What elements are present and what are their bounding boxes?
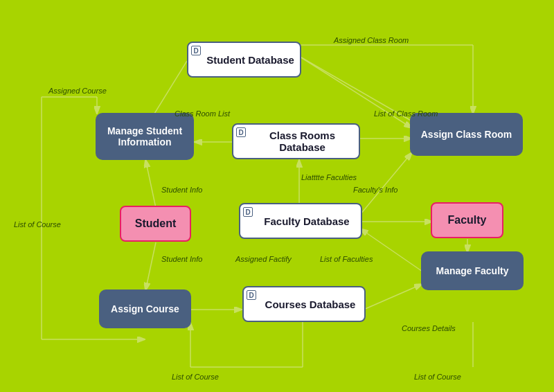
- student-database-node: D Student Database: [187, 42, 301, 78]
- assign-course-node[interactable]: Assign Course: [99, 289, 191, 328]
- courses-database-node: D Courses Database: [242, 286, 366, 322]
- assign-course-label: Assign Course: [111, 303, 179, 314]
- label-student-info-2: Student Info: [161, 255, 202, 263]
- db-marker: D: [236, 127, 246, 137]
- student-database-label: Student Database: [206, 54, 294, 66]
- faculty-database-node: D Faculty Database: [239, 203, 362, 239]
- svg-line-12: [145, 159, 156, 208]
- svg-line-15: [364, 284, 422, 310]
- label-facultys-info: Faculty's Info: [353, 186, 397, 194]
- label-courses-details: Courses Details: [402, 324, 456, 332]
- db-marker: D: [191, 46, 201, 55]
- classrooms-database-node: D Class Rooms Database: [232, 123, 360, 159]
- label-list-of-class-room: List of Class Room: [374, 109, 438, 118]
- label-list-of-course-left: List of Course: [14, 220, 61, 229]
- label-list-of-course-bottom-right: List of Course: [414, 373, 461, 381]
- label-assigned-factify: Assigned Factify: [235, 255, 292, 263]
- svg-line-8: [360, 152, 412, 215]
- label-list-of-course-bottom-left: List of Course: [172, 373, 219, 381]
- faculty-entity-label: Faculty: [447, 214, 486, 226]
- manage-student-node[interactable]: Manage Student Information: [96, 113, 194, 160]
- manage-faculty-node[interactable]: Manage Faculty: [421, 251, 524, 290]
- student-entity-node[interactable]: Student: [120, 206, 191, 242]
- manage-faculty-label: Manage Faculty: [436, 265, 508, 276]
- svg-line-11: [360, 229, 422, 271]
- label-class-room-list: Class Room List: [175, 109, 230, 118]
- student-entity-label: Student: [135, 217, 177, 230]
- db-marker: D: [247, 290, 256, 300]
- label-student-info-1: Student Info: [161, 186, 202, 194]
- assign-classroom-label: Assign Class Room: [421, 129, 512, 140]
- courses-database-label: Courses Database: [265, 299, 356, 310]
- classrooms-database-label: Class Rooms Database: [246, 130, 359, 153]
- faculty-database-label: Faculty Database: [264, 215, 349, 227]
- label-assigned-class-room: Assigned Class Room: [334, 36, 409, 44]
- svg-line-13: [145, 242, 156, 291]
- label-assigned-course: Assigned Course: [48, 87, 107, 95]
- db-marker: D: [243, 207, 253, 217]
- assign-classroom-node[interactable]: Assign Class Room: [410, 113, 523, 156]
- faculty-entity-node[interactable]: Faculty: [431, 202, 503, 238]
- manage-student-label: Manage Student Information: [96, 125, 194, 148]
- label-list-of-faculties: List of Faculties: [320, 255, 373, 263]
- label-liatttte-faculties: Liatttte Faculties: [301, 173, 357, 181]
